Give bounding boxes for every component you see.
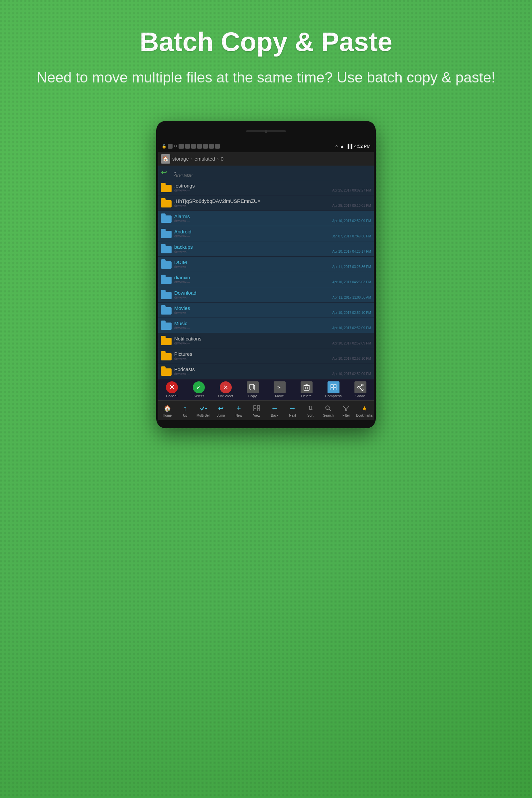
nav-sort-button[interactable]: ⇅ Sort [303, 404, 319, 417]
toolbar-selection: ✕ Cancel ✓ Select ✕ UnSelect [158, 379, 374, 400]
move-button[interactable]: ✂ Move [270, 381, 290, 398]
tablet-device: 🔒 ⚙ ○ ▲ ▐▐ 4:52 PM [0, 108, 532, 428]
file-perms-2: drwxrwx--- [174, 219, 190, 223]
copy-icon [247, 381, 259, 393]
file-perms-12: drwxrwx--- [174, 372, 190, 376]
select-button[interactable]: ✓ Select [189, 381, 209, 398]
folder-icon-0 [161, 183, 172, 192]
file-name-11: Pictures [174, 351, 371, 357]
svg-rect-19 [254, 408, 256, 411]
file-meta-0: drwxrwx--- Apr 25, 2017 00:02:27 PM [174, 189, 371, 192]
file-row[interactable]: Alarms drwxrwx--- Apr 10, 2017 02:52:09 … [158, 211, 374, 226]
file-info-11: Pictures drwxrwx--- Apr 10, 2017 02:52:1… [174, 351, 371, 360]
folder-icon-8 [161, 305, 172, 315]
next-icon: → [288, 404, 297, 413]
tablet-camera [265, 130, 267, 133]
bottom-nav: 🏠 Home ↑ Up Multi-Sel [158, 400, 374, 420]
file-meta-4: drwxrwx--- Apr 10, 2017 04:25:17 PM [174, 250, 371, 253]
parent-folder-label: Parent folder [174, 174, 192, 177]
file-perms-4: drwxrwx--- [174, 250, 190, 253]
signal-icon: ▐▐ [346, 144, 352, 149]
folder-icon-1 [161, 198, 172, 208]
file-row[interactable]: Android drwxrwx--- Jan 07, 2017 07:49:36… [158, 226, 374, 241]
file-row[interactable]: DCIM drwxrwx--- Apr 11, 2017 03:26:36 PM [158, 257, 374, 272]
nav-back-button[interactable]: ← Back [267, 404, 283, 417]
breadcrumb-0[interactable]: 0 [221, 156, 224, 162]
nav-view-button[interactable]: View [249, 404, 265, 417]
file-row[interactable]: .HhTjqSRo6dybqDAV2lmUSREmnZU= drwxrwx---… [158, 195, 374, 211]
file-row[interactable]: Movies drwxrwx--- Apr 10, 2017 02:52:10 … [158, 303, 374, 318]
status-bar: 🔒 ⚙ ○ ▲ ▐▐ 4:52 PM [158, 140, 374, 152]
svg-line-22 [329, 409, 331, 411]
status-icon-6 [203, 144, 208, 149]
file-perms-7: drwxrwx--- [174, 296, 190, 299]
file-row[interactable]: Download drwxrwx--- Apr 11, 2017 11:00:3… [158, 287, 374, 303]
file-perms-8: drwxrwx--- [174, 311, 190, 315]
compress-button[interactable]: Compress [324, 381, 343, 398]
svg-point-12 [358, 387, 359, 388]
file-meta-5: drwxrwx--- Apr 11, 2017 03:26:36 PM [174, 265, 371, 269]
svg-rect-20 [258, 408, 260, 411]
svg-line-15 [359, 388, 361, 390]
status-icon-8 [215, 144, 220, 149]
status-icon-2 [178, 144, 184, 149]
multisel-icon [198, 404, 208, 413]
file-meta-10: drwxrwx--- Apr 10, 2017 02:52:09 PM [174, 341, 371, 345]
copy-button[interactable]: Copy [243, 381, 263, 398]
file-meta-8: drwxrwx--- Apr 10, 2017 02:52:10 PM [174, 311, 371, 315]
status-icon-4 [191, 144, 196, 149]
status-icons-right: ○ ▲ ▐▐ 4:52 PM [335, 144, 370, 149]
nav-new-button[interactable]: + New [231, 404, 247, 417]
folder-icon-9 [161, 321, 172, 330]
page-subtitle: Need to move multiple files at the same … [0, 67, 532, 108]
nav-next-button[interactable]: → Next [285, 404, 301, 417]
nav-new-label: New [235, 414, 242, 417]
file-row[interactable]: .estrongs drwxrwx--- Apr 25, 2017 00:02:… [158, 180, 374, 195]
file-meta-7: drwxrwx--- Apr 11, 2017 11:00:30 AM [174, 296, 371, 299]
file-row[interactable]: backups drwxrwx--- Apr 10, 2017 04:25:17… [158, 241, 374, 257]
wifi-icon: ▲ [340, 144, 344, 149]
home-breadcrumb-icon[interactable]: 🏠 [161, 154, 170, 164]
file-meta-3: drwxrwx--- Jan 07, 2017 07:49:36 PM [174, 234, 371, 238]
file-date-6: Apr 10, 2017 04:25:03 PM [332, 280, 371, 284]
unselect-button[interactable]: ✕ UnSelect [216, 381, 236, 398]
svg-rect-2 [304, 385, 309, 391]
breadcrumb-emulated[interactable]: emulated [194, 156, 215, 162]
nav-filter-button[interactable]: Filter [338, 404, 354, 417]
unselect-label: UnSelect [218, 394, 233, 398]
file-row[interactable]: dianxin drwxrwx--- Apr 10, 2017 04:25:03… [158, 272, 374, 287]
delete-button[interactable]: Delete [297, 381, 317, 398]
parent-folder-row[interactable]: ↩ .. Parent folder [158, 166, 374, 180]
file-info-12: Podcasts drwxrwx--- Apr 10, 2017 02:52:0… [174, 366, 371, 376]
back-arrow-icon: ↩ [161, 168, 171, 177]
breadcrumb-storage[interactable]: storage [172, 156, 189, 162]
folder-icon-3 [161, 229, 172, 238]
share-button[interactable]: Share [350, 381, 370, 398]
file-perms-11: drwxrwx--- [174, 357, 190, 360]
new-icon: + [234, 404, 243, 413]
nav-bookmarks-button[interactable]: ★ Bookmarks [356, 404, 373, 417]
time-display: 4:52 PM [355, 144, 370, 149]
file-info-0: .estrongs drwxrwx--- Apr 25, 2017 00:02:… [174, 183, 371, 192]
cancel-button[interactable]: ✕ Cancel [162, 381, 182, 398]
folder-icon-12 [161, 366, 172, 376]
nav-home-button[interactable]: 🏠 Home [159, 404, 175, 417]
file-row[interactable]: Music drwxrwx--- Apr 10, 2017 02:52:09 P… [158, 318, 374, 333]
view-icon [252, 404, 261, 413]
file-meta-6: drwxrwx--- Apr 10, 2017 04:25:03 PM [174, 280, 371, 284]
nav-search-button[interactable]: Search [320, 404, 336, 417]
file-row[interactable]: Pictures drwxrwx--- Apr 10, 2017 02:52:1… [158, 348, 374, 364]
nav-home-label: Home [163, 414, 172, 417]
nav-back-label: Back [271, 414, 278, 417]
nav-jump-button[interactable]: ↩ Jump [213, 404, 229, 417]
file-perms-9: drwxrwx--- [174, 326, 190, 330]
select-label: Select [193, 394, 204, 398]
svg-line-14 [359, 386, 361, 387]
file-row[interactable]: Notifications drwxrwx--- Apr 10, 2017 02… [158, 333, 374, 348]
nav-multisel-button[interactable]: Multi-Sel [195, 404, 211, 417]
nav-view-label: View [253, 414, 260, 417]
nav-search-label: Search [323, 414, 334, 417]
file-row[interactable]: Podcasts drwxrwx--- Apr 10, 2017 02:52:0… [158, 364, 374, 379]
file-meta-12: drwxrwx--- Apr 10, 2017 02:52:09 PM [174, 372, 371, 376]
nav-up-button[interactable]: ↑ Up [177, 404, 193, 417]
